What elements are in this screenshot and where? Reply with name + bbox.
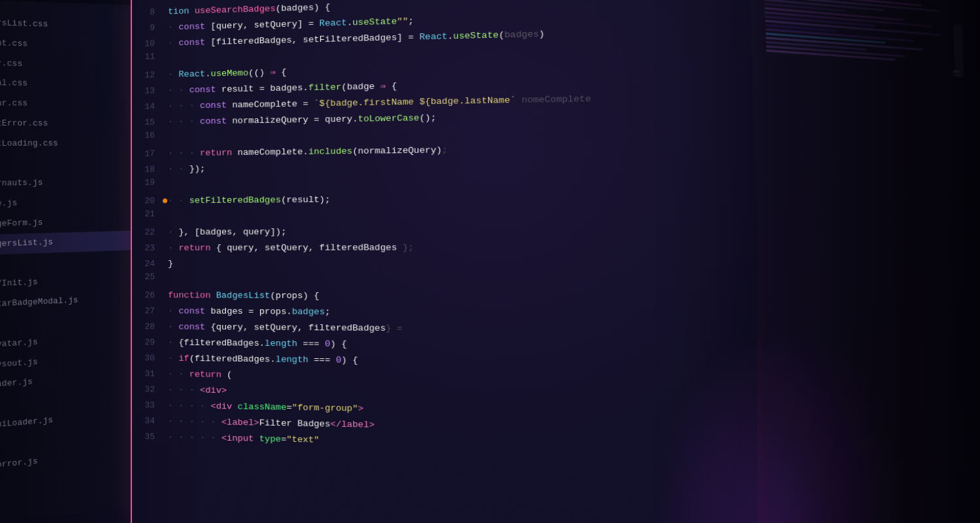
breakpoint-dot <box>163 199 167 203</box>
line-number: 32 <box>132 384 168 395</box>
line-content <box>168 279 757 280</box>
line-number: 16 <box>132 130 168 141</box>
minimap-lines <box>749 0 974 93</box>
line-number: 23 <box>132 243 168 253</box>
line-number: 30 <box>132 353 168 363</box>
code-line: 25 <box>132 272 757 290</box>
line-content <box>168 213 757 216</box>
minimap-panel <box>749 0 980 523</box>
line-number: 11 <box>132 52 168 62</box>
line-number: 18 <box>132 164 168 175</box>
line-number: 9 <box>132 22 168 33</box>
line-number: 26 <box>132 290 168 300</box>
line-content: } <box>168 256 757 273</box>
line-number: 25 <box>132 272 168 282</box>
line-number: 12 <box>132 70 168 80</box>
line-content <box>168 180 757 185</box>
line-number: 24 <box>132 259 168 269</box>
line-number: 34 <box>132 416 168 426</box>
code-line: 23 · return { query, setQuery, filteredB… <box>132 239 757 256</box>
line-number: 35 <box>132 431 168 442</box>
line-number: 33 <box>132 400 168 411</box>
scrollbar-handle[interactable] <box>953 24 964 78</box>
line-number: 8 <box>132 7 168 18</box>
line-number: 22 <box>132 228 168 237</box>
line-number: 17 <box>132 148 168 159</box>
line-number: 19 <box>132 177 168 188</box>
line-content: · return { query, setQuery, filteredBadg… <box>168 239 757 256</box>
editor-panel: 8 tion useSearchBadges(badges) { 9 · con… <box>131 0 757 523</box>
line-number: 13 <box>132 86 168 96</box>
line-number: 21 <box>132 209 168 219</box>
line-content <box>168 129 757 137</box>
code-line: 21 <box>132 205 757 225</box>
line-number: 31 <box>132 369 168 379</box>
code-line: 22 · }, [badges, query]); <box>132 222 757 241</box>
line-number: 27 <box>132 306 168 316</box>
code-content: 8 tion useSearchBadges(badges) { 9 · con… <box>132 0 757 463</box>
line-number: 28 <box>132 322 168 331</box>
line-content: · }, [badges, query]); <box>168 222 757 241</box>
code-line: 24 } <box>132 256 757 273</box>
line-number: 15 <box>132 117 168 127</box>
line-number: 29 <box>132 337 168 348</box>
line-number: 14 <box>132 101 168 112</box>
line-number: 10 <box>132 39 168 49</box>
scene: rsList.css nt.css r.css al.css ar.css tE… <box>0 0 980 523</box>
